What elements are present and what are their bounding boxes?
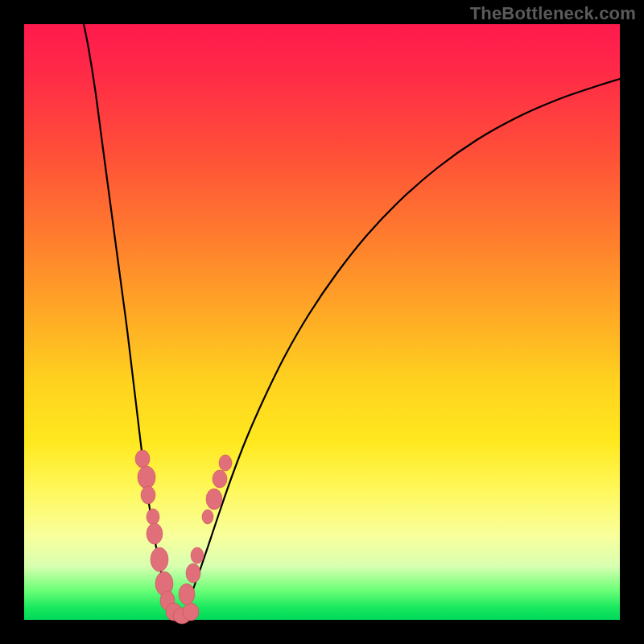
data-marker bbox=[179, 584, 195, 605]
data-marker bbox=[206, 489, 222, 510]
data-marker bbox=[191, 547, 204, 564]
data-marker bbox=[147, 523, 163, 544]
chart-frame: TheBottleneck.com bbox=[0, 0, 644, 644]
chart-plot-area bbox=[24, 24, 620, 620]
data-marker bbox=[141, 486, 155, 504]
data-marker bbox=[213, 470, 227, 488]
curve-right bbox=[179, 79, 620, 618]
chart-svg bbox=[24, 24, 620, 620]
curve-left bbox=[84, 24, 179, 618]
data-marker bbox=[202, 510, 213, 524]
data-marker bbox=[183, 603, 199, 621]
data-marker bbox=[135, 450, 150, 468]
data-marker bbox=[138, 466, 155, 489]
data-marker bbox=[151, 547, 168, 572]
data-marker bbox=[219, 455, 232, 471]
watermark-text: TheBottleneck.com bbox=[470, 3, 636, 24]
data-marker bbox=[186, 564, 200, 583]
data-marker bbox=[147, 509, 159, 525]
marker-layer bbox=[135, 450, 232, 624]
